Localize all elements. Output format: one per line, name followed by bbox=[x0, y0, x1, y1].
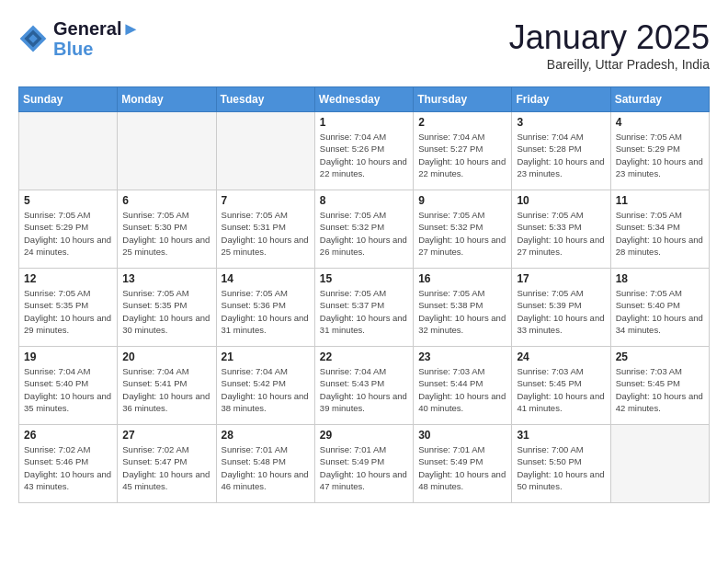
day-info: Sunrise: 7:02 AMSunset: 5:47 PMDaylight:… bbox=[122, 443, 210, 492]
calendar-week-1: 5Sunrise: 7:05 AMSunset: 5:29 PMDaylight… bbox=[19, 190, 710, 269]
calendar-cell: 21Sunrise: 7:04 AMSunset: 5:42 PMDayligh… bbox=[216, 347, 314, 425]
day-info: Sunrise: 7:04 AMSunset: 5:42 PMDaylight:… bbox=[222, 365, 310, 414]
calendar-cell bbox=[19, 112, 118, 190]
calendar-cell bbox=[610, 425, 709, 503]
day-number: 10 bbox=[517, 194, 605, 207]
calendar-subtitle: Bareilly, Uttar Pradesh, India bbox=[509, 57, 710, 72]
day-number: 28 bbox=[222, 429, 310, 442]
calendar-cell: 28Sunrise: 7:01 AMSunset: 5:48 PMDayligh… bbox=[216, 425, 314, 503]
calendar-cell: 2Sunrise: 7:04 AMSunset: 5:27 PMDaylight… bbox=[414, 112, 512, 190]
day-info: Sunrise: 7:00 AMSunset: 5:50 PMDaylight:… bbox=[517, 443, 605, 492]
calendar-cell: 24Sunrise: 7:03 AMSunset: 5:45 PMDayligh… bbox=[512, 347, 610, 425]
calendar-cell: 19Sunrise: 7:04 AMSunset: 5:40 PMDayligh… bbox=[19, 347, 118, 425]
calendar-cell: 27Sunrise: 7:02 AMSunset: 5:47 PMDayligh… bbox=[118, 425, 216, 503]
weekday-header-saturday: Saturday bbox=[610, 87, 709, 112]
day-number: 20 bbox=[122, 350, 210, 363]
calendar-cell: 10Sunrise: 7:05 AMSunset: 5:33 PMDayligh… bbox=[512, 190, 610, 269]
day-number: 8 bbox=[320, 194, 408, 207]
calendar-cell: 4Sunrise: 7:05 AMSunset: 5:29 PMDaylight… bbox=[610, 112, 709, 190]
page-header: General► Blue January 2025 Bareilly, Utt… bbox=[18, 18, 710, 72]
day-info: Sunrise: 7:05 AMSunset: 5:36 PMDaylight:… bbox=[222, 287, 310, 336]
day-number: 31 bbox=[517, 429, 605, 442]
calendar-cell bbox=[118, 112, 216, 190]
day-info: Sunrise: 7:04 AMSunset: 5:43 PMDaylight:… bbox=[320, 365, 408, 414]
day-number: 6 bbox=[122, 194, 210, 207]
day-number: 22 bbox=[320, 350, 408, 363]
day-number: 24 bbox=[517, 350, 605, 363]
day-number: 30 bbox=[418, 429, 506, 442]
day-info: Sunrise: 7:05 AMSunset: 5:34 PMDaylight:… bbox=[616, 209, 704, 258]
day-info: Sunrise: 7:05 AMSunset: 5:35 PMDaylight:… bbox=[122, 287, 210, 336]
calendar-week-0: 1Sunrise: 7:04 AMSunset: 5:26 PMDaylight… bbox=[19, 112, 710, 190]
day-info: Sunrise: 7:04 AMSunset: 5:27 PMDaylight:… bbox=[418, 131, 506, 179]
day-info: Sunrise: 7:04 AMSunset: 5:40 PMDaylight:… bbox=[24, 365, 112, 414]
day-info: Sunrise: 7:05 AMSunset: 5:29 PMDaylight:… bbox=[24, 209, 112, 258]
calendar-week-3: 19Sunrise: 7:04 AMSunset: 5:40 PMDayligh… bbox=[19, 347, 710, 425]
day-number: 13 bbox=[122, 272, 210, 285]
day-number: 14 bbox=[222, 272, 310, 285]
calendar-cell: 1Sunrise: 7:04 AMSunset: 5:26 PMDaylight… bbox=[314, 112, 413, 190]
calendar-cell: 25Sunrise: 7:03 AMSunset: 5:45 PMDayligh… bbox=[610, 347, 709, 425]
logo: General► Blue bbox=[18, 18, 140, 59]
weekday-header-tuesday: Tuesday bbox=[216, 87, 314, 112]
calendar-cell bbox=[216, 112, 314, 190]
calendar-cell: 12Sunrise: 7:05 AMSunset: 5:35 PMDayligh… bbox=[19, 269, 118, 347]
calendar-title: January 2025 bbox=[509, 18, 710, 57]
day-number: 19 bbox=[24, 350, 112, 363]
day-info: Sunrise: 7:05 AMSunset: 5:40 PMDaylight:… bbox=[616, 287, 704, 336]
calendar-cell: 5Sunrise: 7:05 AMSunset: 5:29 PMDaylight… bbox=[19, 190, 118, 269]
logo-icon bbox=[18, 24, 48, 53]
day-info: Sunrise: 7:05 AMSunset: 5:30 PMDaylight:… bbox=[122, 209, 210, 258]
weekday-header-sunday: Sunday bbox=[19, 87, 118, 112]
calendar-table: SundayMondayTuesdayWednesdayThursdayFrid… bbox=[18, 86, 710, 503]
day-info: Sunrise: 7:05 AMSunset: 5:29 PMDaylight:… bbox=[616, 131, 704, 179]
calendar-cell: 17Sunrise: 7:05 AMSunset: 5:39 PMDayligh… bbox=[512, 269, 610, 347]
calendar-cell: 30Sunrise: 7:01 AMSunset: 5:49 PMDayligh… bbox=[414, 425, 512, 503]
day-info: Sunrise: 7:01 AMSunset: 5:49 PMDaylight:… bbox=[320, 443, 408, 492]
day-info: Sunrise: 7:04 AMSunset: 5:26 PMDaylight:… bbox=[320, 131, 408, 179]
calendar-cell: 7Sunrise: 7:05 AMSunset: 5:31 PMDaylight… bbox=[216, 190, 314, 269]
day-info: Sunrise: 7:04 AMSunset: 5:28 PMDaylight:… bbox=[517, 131, 605, 179]
day-info: Sunrise: 7:04 AMSunset: 5:41 PMDaylight:… bbox=[122, 365, 210, 414]
calendar-cell: 9Sunrise: 7:05 AMSunset: 5:32 PMDaylight… bbox=[414, 190, 512, 269]
weekday-header-monday: Monday bbox=[118, 87, 216, 112]
day-number: 29 bbox=[320, 429, 408, 442]
day-info: Sunrise: 7:05 AMSunset: 5:33 PMDaylight:… bbox=[517, 209, 605, 258]
calendar-cell: 13Sunrise: 7:05 AMSunset: 5:35 PMDayligh… bbox=[118, 269, 216, 347]
day-info: Sunrise: 7:03 AMSunset: 5:45 PMDaylight:… bbox=[616, 365, 704, 414]
calendar-cell: 15Sunrise: 7:05 AMSunset: 5:37 PMDayligh… bbox=[314, 269, 413, 347]
calendar-cell: 6Sunrise: 7:05 AMSunset: 5:30 PMDaylight… bbox=[118, 190, 216, 269]
day-info: Sunrise: 7:03 AMSunset: 5:44 PMDaylight:… bbox=[418, 365, 506, 414]
calendar-cell: 26Sunrise: 7:02 AMSunset: 5:46 PMDayligh… bbox=[19, 425, 118, 503]
calendar-cell: 29Sunrise: 7:01 AMSunset: 5:49 PMDayligh… bbox=[314, 425, 413, 503]
day-info: Sunrise: 7:05 AMSunset: 5:32 PMDaylight:… bbox=[418, 209, 506, 258]
day-info: Sunrise: 7:05 AMSunset: 5:35 PMDaylight:… bbox=[24, 287, 112, 336]
day-number: 3 bbox=[517, 116, 605, 129]
day-number: 18 bbox=[616, 272, 704, 285]
day-info: Sunrise: 7:05 AMSunset: 5:38 PMDaylight:… bbox=[418, 287, 506, 336]
day-number: 25 bbox=[616, 350, 704, 363]
day-number: 5 bbox=[24, 194, 112, 207]
calendar-cell: 22Sunrise: 7:04 AMSunset: 5:43 PMDayligh… bbox=[314, 347, 413, 425]
day-number: 23 bbox=[418, 350, 506, 363]
day-number: 27 bbox=[122, 429, 210, 442]
day-number: 1 bbox=[320, 116, 408, 129]
day-info: Sunrise: 7:05 AMSunset: 5:37 PMDaylight:… bbox=[320, 287, 408, 336]
day-number: 15 bbox=[320, 272, 408, 285]
calendar-cell: 8Sunrise: 7:05 AMSunset: 5:32 PMDaylight… bbox=[314, 190, 413, 269]
day-number: 21 bbox=[222, 350, 310, 363]
weekday-header-thursday: Thursday bbox=[414, 87, 512, 112]
weekday-header-friday: Friday bbox=[512, 87, 610, 112]
day-number: 2 bbox=[418, 116, 506, 129]
day-number: 12 bbox=[24, 272, 112, 285]
calendar-cell: 3Sunrise: 7:04 AMSunset: 5:28 PMDaylight… bbox=[512, 112, 610, 190]
calendar-cell: 31Sunrise: 7:00 AMSunset: 5:50 PMDayligh… bbox=[512, 425, 610, 503]
day-info: Sunrise: 7:05 AMSunset: 5:31 PMDaylight:… bbox=[222, 209, 310, 258]
day-number: 11 bbox=[616, 194, 704, 207]
day-info: Sunrise: 7:01 AMSunset: 5:48 PMDaylight:… bbox=[222, 443, 310, 492]
calendar-cell: 18Sunrise: 7:05 AMSunset: 5:40 PMDayligh… bbox=[610, 269, 709, 347]
weekday-header-wednesday: Wednesday bbox=[314, 87, 413, 112]
calendar-cell: 11Sunrise: 7:05 AMSunset: 5:34 PMDayligh… bbox=[610, 190, 709, 269]
calendar-cell: 16Sunrise: 7:05 AMSunset: 5:38 PMDayligh… bbox=[414, 269, 512, 347]
day-info: Sunrise: 7:03 AMSunset: 5:45 PMDaylight:… bbox=[517, 365, 605, 414]
